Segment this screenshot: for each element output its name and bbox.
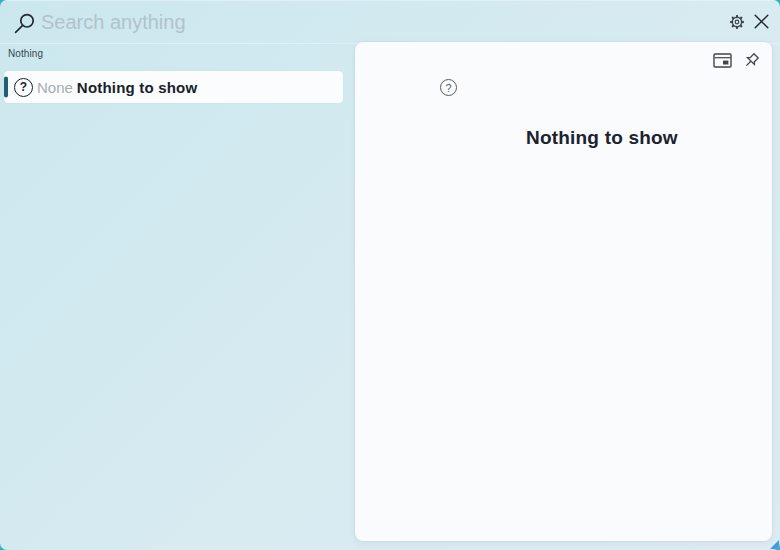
preview-empty-title: Nothing to show (526, 127, 678, 149)
result-item-nothing-to-show[interactable]: ? None Nothing to show (4, 71, 343, 103)
resize-grip[interactable] (770, 540, 779, 549)
settings-button[interactable] (725, 11, 749, 35)
selection-accent-bar (4, 77, 8, 98)
search-window: Nothing ? None Nothing to show (0, 0, 780, 550)
preview-layout-button[interactable] (711, 51, 733, 73)
pin-icon (741, 51, 761, 74)
close-icon (753, 13, 770, 33)
preview-layout-icon (713, 53, 732, 71)
result-badge: None (37, 79, 73, 96)
result-title: Nothing to show (77, 79, 197, 96)
preview-toolbar (711, 51, 762, 73)
help-circle-icon: ? (440, 79, 457, 96)
search-icon (13, 12, 36, 35)
preview-panel: ? Nothing to show (355, 42, 772, 541)
help-circle-icon: ? (14, 78, 33, 97)
close-button[interactable] (749, 11, 773, 35)
gear-icon (728, 13, 746, 34)
titlebar (0, 0, 780, 44)
pin-button[interactable] (740, 51, 762, 73)
search-input[interactable] (41, 6, 661, 39)
result-group-label: Nothing (8, 48, 43, 59)
